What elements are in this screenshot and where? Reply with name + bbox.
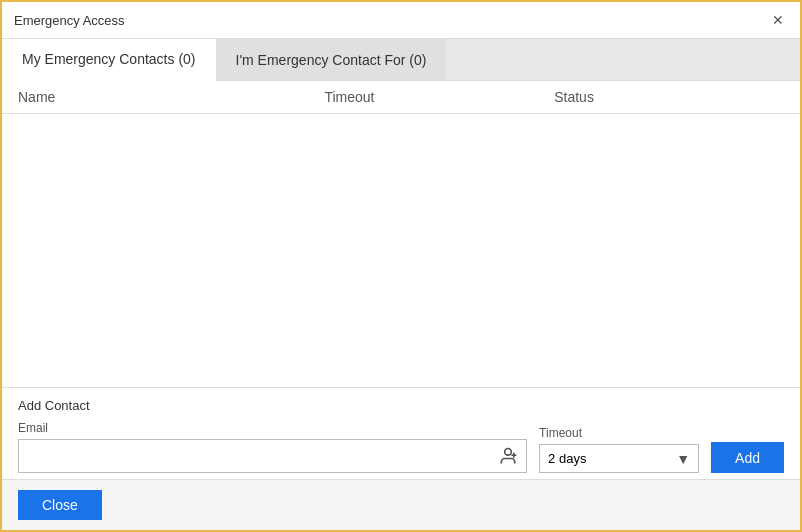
tabs-container: My Emergency Contacts (0) I'm Emergency … xyxy=(2,39,800,81)
tab-my-contacts[interactable]: My Emergency Contacts (0) xyxy=(2,39,216,81)
dialog-title: Emergency Access xyxy=(14,13,125,28)
add-contact-section: Add Contact Email xyxy=(2,387,800,479)
timeout-select[interactable]: 1 day 2 days 3 days 7 days 14 days 30 da… xyxy=(540,445,668,472)
title-bar-close-button[interactable]: ✕ xyxy=(768,10,788,30)
table-body xyxy=(2,114,800,387)
email-label: Email xyxy=(18,421,527,435)
svg-point-0 xyxy=(505,449,512,456)
timeout-select-wrapper: 1 day 2 days 3 days 7 days 14 days 30 da… xyxy=(539,444,699,473)
timeout-label: Timeout xyxy=(539,426,699,440)
close-icon: ✕ xyxy=(772,13,784,27)
column-header-timeout: Timeout xyxy=(324,89,554,105)
table-header: Name Timeout Status xyxy=(2,81,800,114)
timeout-form-group: Timeout 1 day 2 days 3 days 7 days 14 da… xyxy=(539,426,699,473)
add-person-icon[interactable] xyxy=(490,440,526,472)
dropdown-arrow-icon: ▼ xyxy=(668,451,698,467)
add-contact-form: Email Timeout xyxy=(18,421,784,473)
column-header-name: Name xyxy=(18,89,324,105)
emergency-access-dialog: Emergency Access ✕ My Emergency Contacts… xyxy=(0,0,802,532)
add-contact-label: Add Contact xyxy=(18,398,784,413)
dialog-footer: Close xyxy=(2,479,800,530)
email-form-group: Email xyxy=(18,421,527,473)
column-header-status: Status xyxy=(554,89,784,105)
tab-im-contact-for[interactable]: I'm Emergency Contact For (0) xyxy=(216,39,447,80)
title-bar: Emergency Access ✕ xyxy=(2,2,800,39)
close-dialog-button[interactable]: Close xyxy=(18,490,102,520)
email-input-wrapper xyxy=(18,439,527,473)
add-contact-button[interactable]: Add xyxy=(711,442,784,473)
email-input[interactable] xyxy=(19,443,490,470)
